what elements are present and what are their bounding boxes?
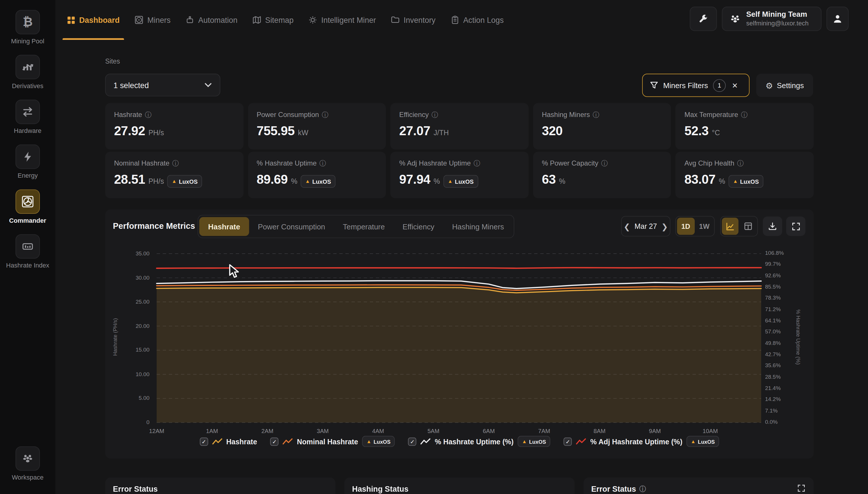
legend-checkbox[interactable]: ✓ bbox=[200, 437, 208, 446]
sites-label: Sites bbox=[105, 57, 120, 65]
stat-unit: % bbox=[291, 177, 297, 186]
stat-label: Max Temperature bbox=[684, 111, 738, 118]
stat-label: Avg Chip Health bbox=[684, 159, 734, 167]
info-icon[interactable]: ⓘ bbox=[319, 160, 326, 167]
luxor-flame-icon: ▲ bbox=[172, 179, 177, 184]
left-axis-title: Hashrate (PH/s) bbox=[112, 293, 118, 381]
table-icon bbox=[744, 222, 752, 230]
right-axis-tick: 7.1% bbox=[765, 407, 777, 413]
range-1w-button[interactable]: 1W bbox=[696, 217, 713, 234]
left-axis-tick: 0 bbox=[116, 419, 150, 425]
stat-card: Max Temperatureⓘ52.3°C bbox=[676, 103, 814, 150]
right-axis-tick: 14.2% bbox=[765, 396, 781, 402]
stat-value: 89.69 bbox=[257, 172, 288, 187]
user-avatar-button[interactable] bbox=[826, 7, 849, 31]
left-axis-tick: 15.00 bbox=[116, 347, 150, 353]
x-axis-tick: 3AM bbox=[307, 428, 338, 434]
info-icon[interactable]: ⓘ bbox=[639, 486, 646, 492]
series-line-icon bbox=[212, 438, 222, 445]
tab-dashboard[interactable]: Dashboard bbox=[67, 0, 120, 40]
legend-checkbox[interactable]: ✓ bbox=[270, 437, 279, 446]
table-view-button[interactable] bbox=[739, 217, 756, 234]
stat-value: 755.95 bbox=[257, 124, 295, 139]
metric-tab-power[interactable]: Power Consumption bbox=[249, 217, 334, 236]
settings-button[interactable]: ⚙ Settings bbox=[756, 74, 813, 97]
info-icon[interactable]: ⓘ bbox=[601, 160, 608, 167]
tab-miners[interactable]: Miners bbox=[135, 0, 171, 40]
stat-card: % Hashrate Uptimeⓘ89.69%▲LuxOS bbox=[248, 152, 386, 198]
tools-button[interactable] bbox=[690, 7, 717, 31]
range-1d-button[interactable]: 1D bbox=[677, 217, 694, 234]
sidebar-item-hashrate-index[interactable]: Hashrate Index bbox=[6, 234, 50, 269]
fullscreen-button[interactable] bbox=[786, 217, 805, 236]
date-label: Mar 27 bbox=[635, 222, 657, 230]
metric-tab-hashrate[interactable]: Hashrate bbox=[199, 217, 249, 236]
expand-button[interactable] bbox=[794, 481, 808, 494]
sidebar-item-workspace[interactable]: Workspace bbox=[12, 446, 44, 481]
right-axis-tick: 85.5% bbox=[765, 283, 781, 289]
tab-automation[interactable]: Automation bbox=[185, 0, 237, 40]
miners-filters-button[interactable]: Miners Filters 1 ✕ bbox=[642, 74, 750, 97]
sidebar-item-label: Workspace bbox=[12, 474, 44, 481]
sites-dropdown[interactable]: 1 selected bbox=[105, 74, 220, 96]
right-axis-tick: 78.3% bbox=[765, 295, 781, 301]
performance-chart[interactable] bbox=[157, 249, 761, 423]
x-axis-tick: 5AM bbox=[418, 428, 449, 434]
info-icon[interactable]: ⓘ bbox=[474, 160, 480, 167]
info-icon[interactable]: ⓘ bbox=[145, 111, 152, 118]
luxor-flame-icon: ▲ bbox=[522, 439, 527, 444]
stat-unit: % bbox=[434, 177, 440, 186]
tab-inventory[interactable]: Inventory bbox=[391, 0, 436, 40]
team-selector[interactable]: Self Mining Team selfmining@luxor.tech bbox=[722, 7, 822, 31]
metric-tab-temperature[interactable]: Temperature bbox=[334, 217, 394, 236]
right-axis-tick: 71.2% bbox=[765, 306, 781, 312]
sidebar-item-derivatives[interactable]: Derivatives bbox=[12, 55, 43, 89]
right-axis-tick: 21.4% bbox=[765, 385, 781, 391]
team-name: Self Mining Team bbox=[746, 10, 809, 19]
metric-tab-efficiency[interactable]: Efficiency bbox=[394, 217, 443, 236]
info-icon[interactable]: ⓘ bbox=[431, 111, 438, 118]
left-axis-tick: 20.00 bbox=[116, 323, 150, 329]
luxos-badge: ▲LuxOS bbox=[686, 436, 719, 447]
legend-item: ✓Hashrate bbox=[200, 437, 257, 446]
sidebar-item-energy[interactable]: Energy bbox=[16, 145, 40, 179]
legend-checkbox[interactable]: ✓ bbox=[564, 437, 572, 446]
miners-fan-icon bbox=[135, 16, 143, 24]
stat-unit: kW bbox=[298, 129, 309, 137]
bitcoin-icon: ₿ bbox=[23, 15, 33, 30]
sidebar-item-mining-pool[interactable]: ₿ Mining Pool bbox=[11, 10, 44, 44]
tab-intelligent-miner[interactable]: Intelligent Miner bbox=[309, 0, 376, 40]
right-axis-tick: 49.8% bbox=[765, 340, 781, 346]
luxos-badge: ▲LuxOS bbox=[729, 175, 763, 188]
sidebar-item-commander[interactable]: Commander bbox=[9, 190, 46, 224]
x-axis-tick: 10AM bbox=[695, 428, 726, 434]
stat-unit: % bbox=[559, 177, 565, 186]
info-icon[interactable]: ⓘ bbox=[172, 160, 179, 167]
chevron-right-icon[interactable]: ❯ bbox=[661, 223, 668, 230]
info-icon[interactable]: ⓘ bbox=[741, 111, 748, 118]
metric-tab-hashing-miners[interactable]: Hashing Miners bbox=[443, 217, 513, 236]
info-icon[interactable]: ⓘ bbox=[593, 111, 599, 118]
chevron-left-icon[interactable]: ❮ bbox=[624, 223, 630, 230]
legend-checkbox[interactable]: ✓ bbox=[408, 437, 417, 446]
line-chart-icon bbox=[726, 222, 735, 231]
tab-action-logs[interactable]: Action Logs bbox=[451, 0, 504, 40]
left-axis-tick: 30.00 bbox=[116, 274, 150, 281]
download-button[interactable] bbox=[763, 217, 782, 236]
stats-grid: Hashrateⓘ27.92PH/sPower Consumptionⓘ755.… bbox=[105, 103, 814, 198]
legend-label: Hashrate bbox=[226, 437, 257, 446]
date-navigator: ❮ Mar 27 ❯ bbox=[621, 216, 670, 236]
hashing-status-card: Hashing Status bbox=[344, 477, 575, 494]
info-icon[interactable]: ⓘ bbox=[737, 160, 744, 167]
sidebar-item-label: Commander bbox=[9, 217, 46, 224]
tab-sitemap[interactable]: Sitemap bbox=[252, 0, 294, 40]
sidebar-item-hardware[interactable]: Hardware bbox=[14, 100, 42, 134]
clear-filters-icon[interactable]: ✕ bbox=[732, 81, 738, 90]
stat-unit: J/TH bbox=[434, 129, 449, 137]
sites-dropdown-value: 1 selected bbox=[114, 81, 149, 90]
info-icon[interactable]: ⓘ bbox=[322, 111, 328, 118]
luxor-flame-icon: ▲ bbox=[367, 439, 371, 444]
stat-card: Hashing Minersⓘ320 bbox=[533, 103, 671, 150]
settings-label: Settings bbox=[777, 81, 804, 90]
chart-view-button[interactable] bbox=[722, 217, 738, 234]
